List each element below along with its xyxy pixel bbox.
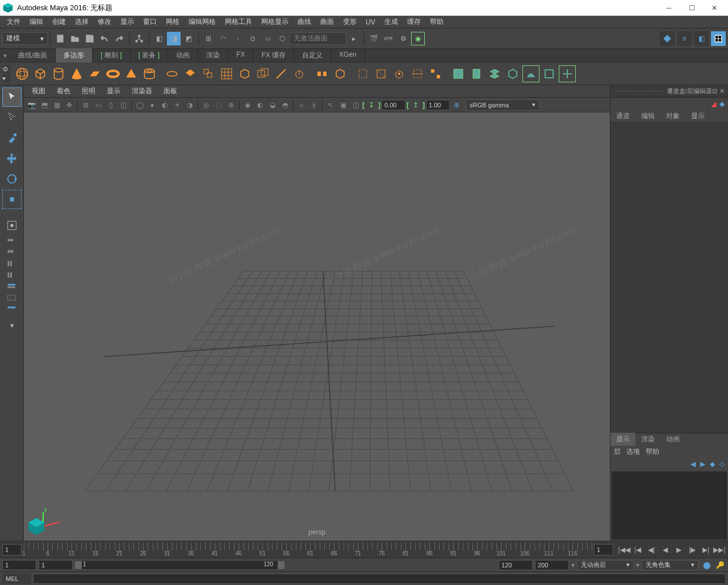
channel-tab-3[interactable]: 显示	[685, 110, 710, 123]
poly-sphere-button[interactable]	[14, 65, 31, 82]
shaded-icon[interactable]: ●	[147, 99, 158, 111]
snap-live-button[interactable]: ⬡	[275, 32, 289, 45]
isolate-select-icon[interactable]: ◎	[200, 99, 212, 111]
menu-16[interactable]: 缓存	[403, 16, 425, 28]
timeline-ruler[interactable]: 1611162126313641465156616671768186919610…	[24, 542, 592, 557]
viewport-select-icon[interactable]: ↖	[325, 99, 336, 111]
shelf-tab-7[interactable]: FX 缓存	[253, 48, 294, 62]
ao-icon[interactable]: ◒	[267, 99, 278, 111]
far-clip-icon[interactable]: ↥	[410, 99, 421, 111]
range-slider-track[interactable]: 1 120	[75, 561, 284, 569]
menu-14[interactable]: UV	[361, 17, 380, 27]
layer-tab-0[interactable]: 显示	[610, 433, 635, 446]
select-by-hierarchy-button[interactable]	[132, 32, 146, 45]
go-to-end-button[interactable]: ▶▶|	[713, 544, 726, 556]
poly-type-button[interactable]	[182, 65, 199, 82]
chevron-down-icon[interactable]: ▾	[571, 561, 575, 569]
lights-icon[interactable]: ☀	[171, 99, 183, 111]
snap-curve-button[interactable]: ◠	[216, 32, 230, 45]
color-space-selector[interactable]: sRGB gamma ▾	[466, 99, 539, 111]
shelf-tab-8[interactable]: 自定义	[294, 48, 331, 62]
viewport-menu-3[interactable]: 显示	[101, 85, 126, 97]
maximize-button[interactable]: ☐	[680, 0, 703, 16]
poly-pyramid-button[interactable]	[123, 65, 140, 82]
menu-5[interactable]: 显示	[116, 16, 139, 28]
playback-end-field[interactable]: 120	[499, 560, 533, 570]
modeling-toggle-2[interactable]	[2, 293, 22, 303]
menu-11[interactable]: 曲线	[293, 16, 316, 28]
step-back-key-button[interactable]: |◀	[631, 544, 644, 556]
shelf-tab-5[interactable]: 渲染	[198, 48, 228, 62]
poly-pipe-button[interactable]	[141, 65, 158, 82]
viewport-menu-2[interactable]: 照明	[76, 85, 101, 97]
menu-6[interactable]: 窗口	[139, 16, 161, 28]
current-frame-field[interactable]: 1	[2, 544, 22, 555]
undo-button[interactable]	[98, 32, 111, 45]
modeling-toolkit-button[interactable]	[660, 31, 675, 46]
poly-cube-button[interactable]	[32, 65, 49, 82]
motion-blur-icon[interactable]: ◐	[254, 99, 266, 111]
create-poly-button[interactable]	[541, 65, 558, 82]
playback-start-field[interactable]: 1	[39, 560, 73, 570]
menu-4[interactable]: 修改	[93, 16, 116, 28]
menu-3[interactable]: 选择	[70, 16, 93, 28]
3d-viewport[interactable]: 小小软件迷 www.xxrjm.com 小小软件迷 www.xxrjm.com …	[24, 112, 610, 541]
render-frame-button[interactable]: 🎬	[367, 32, 380, 45]
range-start-field[interactable]: 1	[2, 560, 36, 570]
range-end-field[interactable]: 200	[535, 560, 569, 570]
poly-cylinder-button[interactable]	[50, 65, 67, 82]
layer-list[interactable]	[612, 471, 727, 540]
channel-tab-2[interactable]: 对象	[660, 110, 685, 123]
combine-button[interactable]	[200, 65, 217, 82]
move-tool[interactable]	[2, 149, 22, 168]
open-scene-button[interactable]	[68, 32, 82, 45]
offset-edge-button[interactable]	[409, 65, 426, 82]
modeling-toggle-1[interactable]	[2, 282, 22, 292]
menu-0[interactable]: 文件	[2, 16, 25, 28]
panel-close-icon[interactable]: ✕	[719, 87, 725, 95]
menu-12[interactable]: 曲面	[316, 16, 338, 28]
channel-key-icon[interactable]: ◆	[719, 100, 725, 108]
xray-joints-icon[interactable]: ⊗	[225, 99, 237, 111]
chevron-down-icon-2[interactable]: ▾	[636, 561, 639, 569]
color-management-icon[interactable]: ⊕	[451, 99, 462, 111]
save-scene-button[interactable]	[83, 32, 97, 45]
anim-layer-selector[interactable]: 无动画层▾	[577, 560, 634, 570]
gamma-icon[interactable]: γ	[308, 99, 320, 111]
xray-icon[interactable]: ◌	[213, 99, 224, 111]
shelf-tab-0[interactable]: 曲线/曲面	[10, 48, 56, 62]
viewport-menu-5[interactable]: 面板	[158, 85, 183, 97]
shelf-tab-handle[interactable]: ▾	[0, 49, 10, 62]
viewport-render-icon[interactable]: ▣	[337, 99, 349, 111]
bridge-button[interactable]	[313, 65, 330, 82]
bevel-button[interactable]	[354, 65, 371, 82]
multi-cut-button[interactable]	[391, 65, 408, 82]
target-weld-button[interactable]	[468, 65, 485, 82]
auto-key-button[interactable]: ⬤	[701, 559, 712, 571]
render-view-button[interactable]: ◉	[411, 32, 425, 45]
lasso-tool[interactable]	[2, 108, 22, 127]
poly-platonic-button[interactable]	[164, 65, 181, 82]
go-to-start-button[interactable]: |◀◀	[618, 544, 630, 556]
aa-icon[interactable]: ◓	[279, 99, 291, 111]
command-input[interactable]	[33, 574, 726, 584]
grid-toggle-icon[interactable]: ⊞	[80, 99, 91, 111]
new-scene-button[interactable]	[53, 32, 67, 45]
crease-button[interactable]	[522, 65, 539, 82]
shelf-tab-2[interactable]: [ 雕刻 ]	[93, 48, 130, 62]
play-backward-button[interactable]: ◀	[659, 544, 671, 556]
image-plane-icon[interactable]: ▦	[51, 99, 62, 111]
poly-torus-button[interactable]	[104, 65, 122, 82]
shelf-tab-9[interactable]: XGen	[331, 48, 365, 62]
snap-toggle-2[interactable]	[2, 270, 22, 281]
step-forward-key-button[interactable]: ▶|	[700, 544, 712, 556]
layer-menu-2[interactable]: 帮助	[646, 447, 659, 457]
play-forward-button[interactable]: ▶	[672, 544, 685, 556]
extrude-button[interactable]	[291, 65, 308, 82]
gate-mask-icon[interactable]: ◫	[118, 99, 129, 111]
step-forward-button[interactable]: |▶	[686, 544, 698, 556]
menu-15[interactable]: 生成	[380, 16, 403, 28]
snap-projected-button[interactable]: ⊙	[246, 32, 260, 45]
layer-menu-0[interactable]: 层	[614, 447, 621, 457]
attribute-editor-button[interactable]: ◧	[694, 31, 709, 46]
